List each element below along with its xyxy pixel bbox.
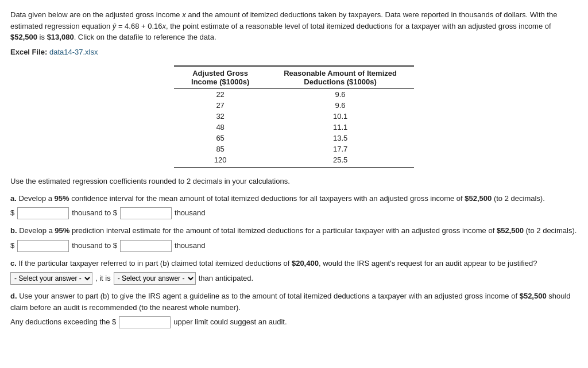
part-a-label: a. xyxy=(10,194,17,203)
part-a-thousand: thousand xyxy=(175,207,206,219)
part-c-text: c. If the particular taxpayer referred t… xyxy=(10,258,578,269)
part-a-input-low[interactable] xyxy=(17,207,69,219)
part-c-suffix: than anticipated. xyxy=(199,273,253,284)
part-a-thousand-to: thousand to $ xyxy=(72,207,117,219)
table-row: 22 xyxy=(174,89,266,100)
part-c-section: c. If the particular taxpayer referred t… xyxy=(10,258,578,285)
table-row: 13.5 xyxy=(266,133,414,144)
part-d-label: d. xyxy=(10,292,17,300)
part-a-dollar1: $ xyxy=(10,207,14,219)
part-b-thousand-to: thousand to $ xyxy=(72,240,117,251)
part-d-text: d. Use your answer to part (b) to give t… xyxy=(10,290,578,313)
part-b-section: b. Develop a 95% prediction interval est… xyxy=(10,225,578,252)
table-row: 9.6 xyxy=(266,100,414,111)
part-a-text: a. Develop a 95% confidence interval for… xyxy=(10,193,578,204)
table-row: 27 xyxy=(174,100,266,111)
table-row: 120 xyxy=(174,154,266,168)
part-d-answer-row: Any deductions exceeding the $ upper lim… xyxy=(10,316,578,328)
intro-paragraph: Data given below are on the adjusted gro… xyxy=(10,9,578,43)
data-table: Adjusted Gross Income ($1000s) Reasonabl… xyxy=(174,65,414,168)
part-b-input-low[interactable] xyxy=(17,240,69,252)
part-b-label: b. xyxy=(10,226,17,235)
table-row: 9.6 xyxy=(266,89,414,100)
instruction-text: Use the estimated regression coefficient… xyxy=(10,176,578,187)
table-row: 11.1 xyxy=(266,122,414,133)
part-b-dollar1: $ xyxy=(10,240,14,251)
table-row: 10.1 xyxy=(266,111,414,122)
table-row: 85 xyxy=(174,144,266,154)
excel-file-line: Excel File: data14-37.xlsx xyxy=(10,47,578,58)
table-row: 65 xyxy=(174,133,266,144)
part-d-input[interactable] xyxy=(119,316,171,328)
part-b-text: b. Develop a 95% prediction interval est… xyxy=(10,225,578,237)
part-c-connector: , it is xyxy=(95,273,111,284)
part-d-suffix: upper limit could suggest an audit. xyxy=(173,316,287,328)
part-c-label: c. xyxy=(10,259,17,268)
col2-header: Reasonable Amount of Itemized Deductions… xyxy=(266,66,414,89)
part-b-inputs: $ thousand to $ thousand xyxy=(10,240,578,252)
part-d-prefix: Any deductions exceeding the $ xyxy=(10,316,116,328)
part-a-section: a. Develop a 95% confidence interval for… xyxy=(10,193,578,220)
part-c-dropdown1[interactable]: - Select your answer -YesNo xyxy=(10,272,92,285)
table-row: 17.7 xyxy=(266,144,414,154)
part-c-dropdown2[interactable]: - Select your answer -lessmore xyxy=(114,272,196,285)
col1-header: Adjusted Gross Income ($1000s) xyxy=(174,66,266,89)
part-a-inputs: $ thousand to $ thousand xyxy=(10,207,578,219)
part-c-answer-row: - Select your answer -YesNo , it is - Se… xyxy=(10,272,578,285)
excel-label: Excel File: xyxy=(10,48,47,56)
table-row: 32 xyxy=(174,111,266,122)
part-b-input-high[interactable] xyxy=(120,240,172,252)
table-row: 48 xyxy=(174,122,266,133)
part-d-section: d. Use your answer to part (b) to give t… xyxy=(10,290,578,328)
part-a-input-high[interactable] xyxy=(120,207,172,219)
table-row: 25.5 xyxy=(266,154,414,168)
part-b-thousand: thousand xyxy=(175,240,206,251)
excel-link[interactable]: data14-37.xlsx xyxy=(49,48,98,56)
